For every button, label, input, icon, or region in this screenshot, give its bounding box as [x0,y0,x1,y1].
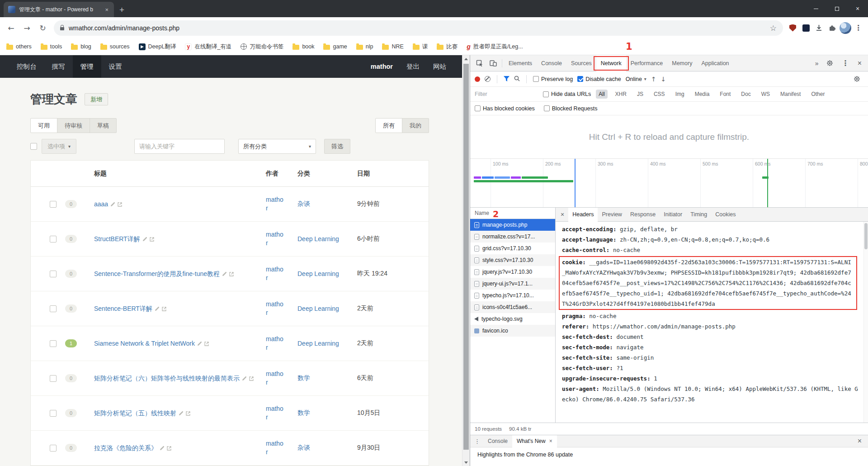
back-button[interactable]: ← [4,20,19,35]
hide-data-urls-checkbox[interactable]: Hide data URLs [543,91,591,97]
edit-icon[interactable] [142,237,147,242]
filter-type-img[interactable]: Img [673,90,687,99]
edit-icon[interactable] [242,376,247,381]
bookmark-commands[interactable]: 万能命令书签 [241,43,283,51]
tab-waiting[interactable]: 待审核 [57,118,90,133]
bookmark-star-icon[interactable]: ☆ [770,24,777,33]
tab-console[interactable]: Console [537,55,566,71]
tab-preview[interactable]: Preview [598,208,626,222]
external-link-icon[interactable] [118,202,122,207]
disable-cache-checkbox[interactable]: Disable cache [577,76,621,82]
window-minimize-button[interactable] [806,0,826,17]
drawer-tab-console[interactable]: Console [483,435,512,447]
browser-menu-icon[interactable]: ⋮ [852,22,864,34]
row-checkbox[interactable] [50,201,57,208]
window-maximize-button[interactable] [826,0,847,17]
filter-type-all[interactable]: All [596,90,607,99]
post-title-link[interactable]: Sentence-Transformer的使用及fine-tune教程 [94,270,220,277]
filter-type-js[interactable]: JS [634,90,646,99]
nav-settings[interactable]: 设置 [101,55,130,78]
request-row[interactable]: grid.css?v=17.10.30 [470,243,555,254]
bookmark-book[interactable]: book [292,43,314,50]
comment-count-badge[interactable]: 0 [65,374,77,382]
bookmark-blog[interactable]: blog [71,43,91,50]
network-filter-input[interactable] [475,91,538,97]
tab-timing[interactable]: Timing [686,208,711,222]
add-post-button[interactable]: 新增 [85,93,108,105]
scroll-down-icon[interactable] [462,459,470,466]
bookmark-tools[interactable]: tools [41,43,62,50]
bookmark-nlp[interactable]: nlp [356,43,373,50]
network-settings-gear-icon[interactable] [850,72,863,86]
external-link-icon[interactable] [249,376,254,381]
scrollbar-thumb[interactable] [864,223,868,249]
category-link[interactable]: Deep Learning [297,235,339,243]
scrollbar-thumb[interactable] [463,64,469,450]
drawer-tab-whats-new[interactable]: What's New × [512,435,557,447]
preserve-log-checkbox[interactable]: Preserve log [533,76,573,82]
tab-elements[interactable]: Elements [504,55,537,71]
external-link-icon[interactable] [229,272,234,276]
nav-manage[interactable]: 管理 [73,55,101,78]
category-select[interactable]: 所有分类▾ [238,139,316,154]
filter-type-manifest[interactable]: Manifest [778,90,803,99]
edit-icon[interactable] [155,306,160,311]
request-row[interactable]: favicon.ico [470,325,555,337]
post-title-link[interactable]: aaaa [94,200,108,208]
export-har-icon[interactable]: ↓ [661,76,666,83]
request-row[interactable]: typecho-logo.svg [470,313,555,325]
post-title-link[interactable]: StructBERT详解 [94,235,140,243]
author-link[interactable]: mathor [266,265,284,282]
profile-avatar[interactable] [839,22,851,34]
edit-icon[interactable] [222,271,227,276]
author-link[interactable]: mathor [266,370,284,387]
tab-sources[interactable]: Sources [566,55,596,71]
bookmark-youdao[interactable]: y在线翻译_有道 [185,43,231,51]
forward-button[interactable]: → [19,20,34,35]
author-link[interactable]: mathor [266,439,284,456]
dark-extension-icon[interactable] [800,22,812,34]
comment-count-badge[interactable]: 0 [65,235,77,243]
page-scrollbar[interactable] [462,55,470,466]
tab-all-posts[interactable]: 所有 [375,118,402,133]
record-icon[interactable] [475,76,480,82]
bookmark-sources[interactable]: sources [100,43,130,50]
has-blocked-cookies-checkbox[interactable]: Has blocked cookies [475,105,535,112]
scroll-up-icon[interactable] [462,55,470,62]
comment-count-badge[interactable]: 0 [65,304,77,313]
close-icon[interactable]: × [549,438,552,444]
bookmark-contest[interactable]: 比赛 [437,43,458,51]
tab-response[interactable]: Response [626,208,660,222]
download-icon[interactable] [813,22,825,34]
filter-type-css[interactable]: CSS [651,90,668,99]
select-all-checkbox[interactable] [30,143,37,150]
filter-type-ws[interactable]: WS [759,90,773,99]
request-row[interactable]: jquery.js?v=17.10.30 [470,266,555,278]
category-link[interactable]: 杂谈 [297,444,310,451]
request-row[interactable]: normalize.css?v=17... [470,231,555,243]
row-checkbox[interactable] [50,340,57,347]
external-link-icon[interactable] [167,446,171,451]
search-icon[interactable] [514,75,520,83]
nav-user[interactable]: mathor [364,55,400,78]
edit-icon[interactable] [179,411,184,416]
row-checkbox[interactable] [50,305,57,312]
request-row[interactable]: style.css?v=17.10.30 [470,254,555,266]
category-link[interactable]: 数学 [297,374,310,381]
request-row[interactable]: icons-s0c4f1c5ae6... [470,301,555,313]
lock-icon[interactable] [60,27,64,30]
category-link[interactable]: Deep Learning [297,270,339,277]
tab-memory[interactable]: Memory [667,55,697,71]
row-checkbox[interactable] [50,271,57,277]
author-link[interactable]: mathor [266,300,284,317]
post-title-link[interactable]: Siamese Network & Triplet NetWork [94,340,195,347]
author-link[interactable]: mathor [266,404,284,422]
clear-icon[interactable] [485,76,491,82]
tab-network[interactable]: Network 1 [596,55,626,71]
bookmark-nre[interactable]: NRE [382,43,403,50]
drawer-close-icon[interactable]: × [852,437,867,445]
row-checkbox[interactable] [50,410,57,417]
detail-close-icon[interactable]: × [557,211,568,218]
nav-dashboard[interactable]: 控制台 [9,55,44,78]
keyword-search-input[interactable] [134,139,225,154]
